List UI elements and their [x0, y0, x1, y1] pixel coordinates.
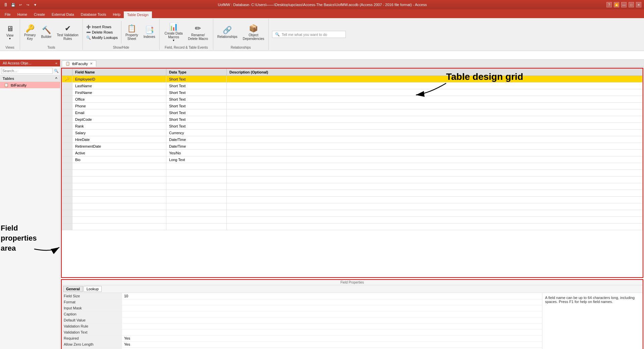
field-property-value[interactable]: 10	[122, 293, 542, 299]
data-type-cell[interactable]: Short Text	[166, 76, 227, 83]
data-type-cell[interactable]: Short Text	[166, 116, 227, 123]
nav-header[interactable]: All Access Obje... «	[0, 60, 60, 66]
empty-cell[interactable]	[72, 163, 166, 170]
field-property-value[interactable]	[122, 305, 542, 311]
empty-cell[interactable]	[72, 217, 166, 223]
empty-cell[interactable]	[166, 163, 227, 170]
empty-cell[interactable]	[227, 223, 643, 230]
data-type-cell[interactable]: Currency	[166, 130, 227, 136]
empty-cell[interactable]	[62, 190, 72, 197]
field-property-value[interactable]	[122, 311, 542, 317]
empty-cell[interactable]	[227, 210, 643, 217]
view-button[interactable]: 🖥 View ▼	[3, 23, 17, 42]
field-property-value[interactable]: Yes	[122, 341, 542, 347]
minimize-btn[interactable]: —	[621, 2, 627, 7]
redo-quick-icon[interactable]: ↪	[25, 2, 31, 8]
empty-cell[interactable]	[72, 197, 166, 203]
nav-item-tblfaculty[interactable]: 📋 tblFaculty	[0, 82, 60, 88]
empty-cell[interactable]	[72, 223, 166, 230]
field-name-cell[interactable]: LastName	[72, 83, 166, 89]
nav-search-input[interactable]	[1, 68, 53, 74]
relationships-button[interactable]: 🔗 Relationships	[215, 24, 239, 40]
ribbon-display-btn[interactable]: 🔼	[614, 2, 619, 7]
description-cell[interactable]	[227, 123, 643, 130]
empty-cell[interactable]	[227, 217, 643, 223]
empty-cell[interactable]	[227, 203, 643, 210]
undo-quick-icon[interactable]: ↩	[17, 2, 23, 8]
field-props-tab-general[interactable]: General	[63, 286, 83, 292]
field-name-cell[interactable]: Phone	[72, 103, 166, 109]
save-quick-icon[interactable]: 💾	[10, 2, 16, 8]
empty-cell[interactable]	[166, 190, 227, 197]
test-validation-button[interactable]: ✔ Test ValidationRules	[55, 23, 80, 42]
field-property-value[interactable]	[122, 329, 542, 335]
field-name-cell[interactable]: EmployeeID	[72, 76, 166, 83]
field-props-tab-lookup[interactable]: Lookup	[84, 286, 102, 292]
empty-cell[interactable]	[166, 210, 227, 217]
description-cell[interactable]	[227, 116, 643, 123]
empty-cell[interactable]	[72, 170, 166, 177]
description-cell[interactable]	[227, 130, 643, 136]
empty-cell[interactable]	[62, 177, 72, 183]
empty-cell[interactable]	[72, 203, 166, 210]
property-sheet-button[interactable]: 📋 PropertySheet	[123, 23, 140, 42]
empty-cell[interactable]	[166, 217, 227, 223]
field-name-cell[interactable]: Active	[72, 150, 166, 156]
field-name-cell[interactable]: Salary	[72, 130, 166, 136]
data-type-cell[interactable]: Yes/No	[166, 150, 227, 156]
data-type-cell[interactable]: Short Text	[166, 89, 227, 96]
builder-button[interactable]: 🔨 Builder	[39, 24, 53, 40]
help-btn[interactable]: ?	[606, 2, 612, 7]
primary-key-button[interactable]: 🔑 PrimaryKey	[22, 23, 38, 42]
data-type-cell[interactable]: Date/Time	[166, 143, 227, 150]
tab-external-data[interactable]: External Data	[48, 11, 77, 18]
empty-cell[interactable]	[62, 210, 72, 217]
tab-table-design[interactable]: Table Design	[124, 11, 152, 18]
tables-section-header[interactable]: Tables ^	[0, 76, 60, 82]
empty-cell[interactable]	[227, 163, 643, 170]
data-type-cell[interactable]: Date/Time	[166, 136, 227, 143]
rename-delete-macro-button[interactable]: ✏ Rename/Delete Macro	[186, 23, 210, 42]
field-property-value[interactable]	[122, 317, 542, 323]
field-property-value[interactable]: Yes	[122, 335, 542, 341]
data-type-cell[interactable]: Short Text	[166, 96, 227, 103]
empty-cell[interactable]	[62, 223, 72, 230]
insert-rows-button[interactable]: ➕ Insert Rows	[85, 24, 119, 30]
maximize-btn[interactable]: □	[629, 2, 634, 7]
empty-cell[interactable]	[227, 177, 643, 183]
field-name-cell[interactable]: Email	[72, 109, 166, 116]
tab-file[interactable]: File	[1, 11, 14, 18]
customize-quick-icon[interactable]: ▼	[32, 2, 38, 8]
description-cell[interactable]	[227, 89, 643, 96]
close-btn[interactable]: ✕	[636, 2, 641, 7]
empty-cell[interactable]	[227, 197, 643, 203]
description-cell[interactable]	[227, 103, 643, 109]
description-cell[interactable]	[227, 83, 643, 89]
table-tab-tblfaculty[interactable]: 📋 tblFaculty ✕	[62, 60, 96, 67]
tab-home[interactable]: Home	[14, 11, 31, 18]
empty-cell[interactable]	[62, 163, 72, 170]
empty-cell[interactable]	[72, 183, 166, 190]
data-type-cell[interactable]: Short Text	[166, 83, 227, 89]
empty-cell[interactable]	[62, 197, 72, 203]
empty-cell[interactable]	[227, 190, 643, 197]
empty-cell[interactable]	[62, 183, 72, 190]
field-property-value[interactable]	[122, 323, 542, 329]
field-name-cell[interactable]: Rank	[72, 123, 166, 130]
design-grid[interactable]: Field Name Data Type Description (Option…	[61, 68, 643, 278]
field-property-value[interactable]: Yes (No Duplicates)	[122, 347, 542, 349]
field-name-cell[interactable]: HireDate	[72, 136, 166, 143]
modify-lookups-button[interactable]: 🔍 Modify Lookups	[85, 35, 119, 40]
field-property-value[interactable]	[122, 299, 542, 305]
description-cell[interactable]	[227, 143, 643, 150]
description-cell[interactable]	[227, 136, 643, 143]
empty-cell[interactable]	[166, 197, 227, 203]
empty-cell[interactable]	[72, 177, 166, 183]
description-cell[interactable]	[227, 76, 643, 83]
empty-cell[interactable]	[166, 170, 227, 177]
field-name-cell[interactable]: RetirementDate	[72, 143, 166, 150]
empty-cell[interactable]	[72, 190, 166, 197]
data-type-cell[interactable]: Short Text	[166, 123, 227, 130]
empty-cell[interactable]	[72, 210, 166, 217]
empty-cell[interactable]	[227, 183, 643, 190]
